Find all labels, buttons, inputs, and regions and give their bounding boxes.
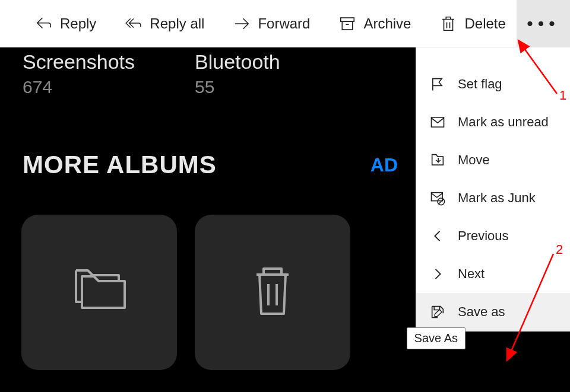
menu-item-mark-unread[interactable]: Mark as unread: [416, 103, 570, 141]
svg-rect-0: [341, 18, 354, 21]
reply-all-button[interactable]: Reply all: [122, 0, 207, 47]
menu-item-set-flag[interactable]: Set flag: [416, 65, 570, 103]
delete-button[interactable]: Delete: [437, 0, 508, 47]
menu-item-label: Set flag: [458, 77, 502, 92]
delete-label: Delete: [464, 15, 505, 32]
album-title: Screenshots: [23, 50, 195, 74]
album-count: 55: [195, 77, 367, 97]
album-bluetooth: Bluetooth 55: [195, 50, 367, 97]
menu-item-move[interactable]: Move: [416, 141, 570, 179]
ellipsis-icon: •••: [527, 14, 560, 34]
add-link: AD: [370, 154, 398, 176]
archive-button[interactable]: Archive: [336, 0, 413, 47]
flag-icon: [429, 76, 446, 93]
reply-all-icon: [125, 15, 142, 33]
album-title: Bluetooth: [195, 50, 367, 74]
junk-icon: [429, 190, 446, 206]
album-screenshots: Screenshots 674: [23, 50, 195, 97]
save-as-icon: [429, 304, 446, 320]
album-count: 674: [23, 77, 195, 97]
svg-rect-1: [343, 21, 353, 30]
menu-item-save-as[interactable]: Save as: [416, 293, 570, 331]
chevron-right-icon: [429, 266, 446, 282]
reply-button[interactable]: Reply: [33, 0, 99, 47]
svg-rect-3: [432, 117, 444, 127]
toolbar: Reply Reply all Forward Archive Delete •…: [0, 0, 570, 47]
svg-line-6: [439, 199, 444, 204]
tooltip-text: Save As: [414, 332, 458, 345]
more-albums-heading: MORE ALBUMS: [23, 151, 217, 179]
menu-item-label: Mark as unread: [458, 114, 549, 130]
archive-icon: [338, 15, 356, 33]
menu-item-mark-junk[interactable]: Mark as Junk: [416, 179, 570, 217]
tooltip-save-as: Save As: [407, 327, 466, 349]
menu-item-label: Move: [458, 152, 490, 168]
reply-icon: [35, 15, 53, 33]
forward-icon: [233, 15, 251, 33]
menu-item-label: Next: [458, 266, 484, 282]
menu-item-label: Mark as Junk: [458, 190, 536, 206]
more-actions-button[interactable]: •••: [517, 0, 570, 47]
delete-icon: [439, 15, 457, 33]
forward-label: Forward: [258, 15, 310, 32]
reply-label: Reply: [60, 15, 96, 32]
menu-item-label: Save as: [458, 304, 505, 320]
move-icon: [429, 152, 446, 168]
folders-icon: [65, 262, 134, 323]
trash-icon: [246, 262, 299, 323]
envelope-icon: [429, 114, 446, 130]
menu-item-next[interactable]: Next: [416, 255, 570, 293]
reply-all-label: Reply all: [150, 15, 204, 32]
svg-rect-4: [432, 193, 443, 201]
archive-label: Archive: [363, 15, 411, 32]
menu-item-label: Previous: [458, 228, 509, 244]
folder-tile[interactable]: [21, 215, 177, 370]
menu-item-previous[interactable]: Previous: [416, 217, 570, 255]
trash-tile[interactable]: [195, 215, 350, 370]
forward-button[interactable]: Forward: [230, 0, 312, 47]
chevron-left-icon: [429, 228, 446, 244]
more-actions-menu: Set flag Mark as unread Move Mark as Jun…: [416, 47, 570, 332]
